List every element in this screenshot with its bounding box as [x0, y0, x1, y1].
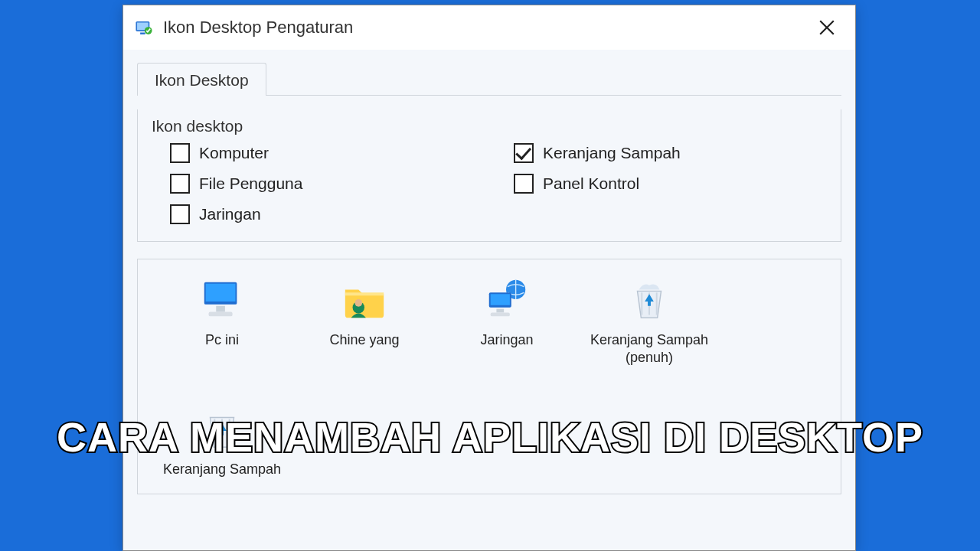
checkbox-row: Panel Kontrol — [514, 174, 827, 194]
checkbox-row: Jaringan — [170, 204, 483, 224]
recycle-full-icon — [624, 275, 675, 325]
titlebar: Ikon Desktop Pengaturan — [123, 5, 855, 50]
icon-item[interactable]: Keranjang Sampah — [161, 404, 283, 478]
checkbox-row: Keranjang Sampah — [514, 143, 827, 163]
dialog-body: Ikon Desktop Ikon desktop KomputerKeranj… — [123, 50, 855, 550]
svg-point-11 — [354, 299, 362, 307]
tab-desktop-icons[interactable]: Ikon Desktop — [137, 63, 266, 96]
checkbox[interactable] — [170, 174, 190, 194]
svg-rect-8 — [216, 306, 225, 312]
checkbox-label: Keranjang Sampah — [543, 144, 681, 162]
icon-item-label: Keranjang Sampah (penuh) — [588, 331, 710, 366]
checkbox-label: Jaringan — [199, 205, 261, 223]
group-title: Ikon desktop — [152, 109, 827, 143]
checkbox-row: File Pengguna — [170, 174, 483, 194]
dialog-title: Ikon Desktop Pengaturan — [163, 18, 353, 37]
icon-item[interactable]: Pc ini — [161, 275, 283, 366]
icon-preview-panel: Pc iniChine yangJaringanKeranjang Sampah… — [137, 259, 841, 494]
checkbox-label: Panel Kontrol — [543, 174, 639, 193]
checkbox-row: Komputer — [170, 143, 483, 163]
checkbox[interactable] — [170, 143, 190, 163]
checkbox-label: Komputer — [199, 144, 269, 162]
desktop-icon-settings-dialog: Ikon Desktop Pengaturan Ikon Desktop Iko… — [122, 5, 856, 551]
svg-rect-2 — [140, 33, 145, 34]
icon-item-label: Chine yang — [329, 331, 399, 349]
checkbox[interactable] — [514, 143, 534, 163]
icon-item-label: Keranjang Sampah — [163, 461, 281, 478]
recycle-empty-icon — [197, 404, 247, 455]
desktop-icons-group: Ikon desktop KomputerKeranjang SampahFil… — [137, 109, 841, 242]
icon-item[interactable]: Keranjang Sampah (penuh) — [588, 275, 710, 366]
icon-item[interactable]: Jaringan — [446, 275, 568, 366]
close-icon[interactable] — [809, 10, 844, 45]
user-folder-icon — [339, 275, 390, 325]
svg-rect-15 — [496, 309, 504, 313]
icon-item-label: Pc ini — [205, 331, 239, 349]
svg-rect-7 — [206, 284, 236, 302]
app-icon — [134, 18, 154, 37]
computer-icon — [197, 275, 247, 325]
icon-item-label: Jaringan — [480, 331, 533, 349]
checkbox-label: File Pengguna — [199, 174, 302, 193]
tabstrip: Ikon Desktop — [137, 60, 841, 96]
checkbox[interactable] — [514, 174, 534, 194]
svg-rect-14 — [491, 294, 510, 305]
checkbox[interactable] — [170, 204, 190, 224]
svg-rect-16 — [491, 312, 510, 316]
svg-rect-9 — [209, 312, 233, 317]
icon-item[interactable]: Chine yang — [303, 275, 426, 366]
network-icon — [482, 275, 532, 325]
